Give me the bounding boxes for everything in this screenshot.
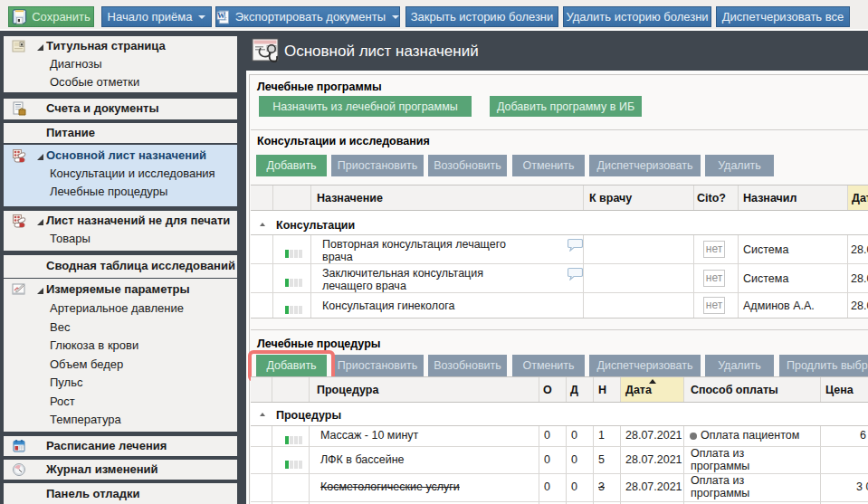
- svg-text:W: W: [217, 11, 225, 20]
